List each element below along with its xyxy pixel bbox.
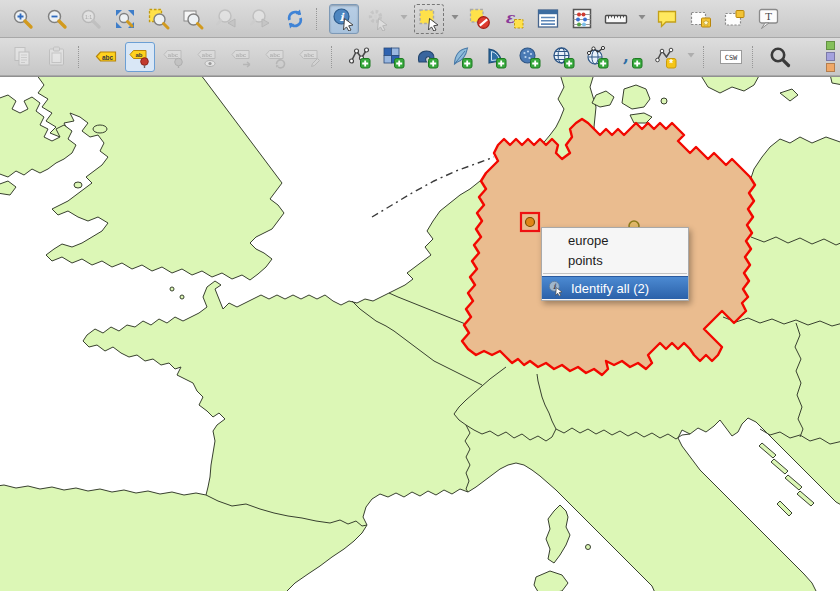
zoom-full-extent-button[interactable] <box>110 4 140 34</box>
add-delimited-text-layer-button[interactable]: , <box>616 42 646 72</box>
svg-text:ab: ab <box>135 52 142 58</box>
select-features-dropdown[interactable] <box>448 4 461 34</box>
bornholm <box>780 89 798 101</box>
search-icon <box>768 45 792 69</box>
funen <box>592 91 614 107</box>
europe-map <box>0 77 840 591</box>
zoom-full-icon <box>113 7 137 31</box>
highlight-pinned-labels-button: abc <box>159 42 189 72</box>
label-abc-icon: abc <box>94 45 118 69</box>
toolbar-separator <box>703 46 710 68</box>
open-attribute-table-button[interactable] <box>533 4 563 34</box>
identify-icon: i <box>332 7 356 31</box>
context-menu-item-points[interactable]: points <box>542 251 688 271</box>
zoom-out-button[interactable] <box>42 4 72 34</box>
toolbar-separator <box>78 46 85 68</box>
baltic-islet <box>661 98 667 104</box>
zoom-out-icon <box>45 7 69 31</box>
svg-text:*: * <box>669 58 673 69</box>
search-button[interactable] <box>765 42 795 72</box>
refresh-icon <box>283 7 307 31</box>
new-bookmark-icon <box>689 7 713 31</box>
svg-text:1:1: 1:1 <box>85 13 92 19</box>
sardinia <box>534 571 568 591</box>
select-features-button[interactable] <box>414 4 444 34</box>
zoom-in-button[interactable] <box>8 4 38 34</box>
svg-text:abc: abc <box>202 52 213 58</box>
add-postgis-icon <box>415 45 439 69</box>
identify-features-button[interactable]: i <box>329 4 359 34</box>
toolbar-overflow-strip[interactable] <box>826 41 836 72</box>
context-menu-item-europe[interactable]: europe <box>542 231 688 251</box>
measure-line-button[interactable] <box>601 4 631 34</box>
deselect-features-button[interactable] <box>465 4 495 34</box>
svg-text:T: T <box>765 10 772 21</box>
pin-labels-button[interactable]: ab <box>125 42 155 72</box>
add-spatialite-layer-button[interactable] <box>446 42 476 72</box>
add-wfs-layer-button[interactable] <box>582 42 612 72</box>
identify-all-label: Identify all (2) <box>571 281 649 296</box>
new-bookmark-button[interactable] <box>686 4 716 34</box>
layer-labeling-button[interactable]: abc <box>91 42 121 72</box>
select-by-expression-button[interactable]: ε <box>499 4 529 34</box>
chevron-down-icon <box>636 5 648 32</box>
chevron-down-icon <box>685 43 697 70</box>
add-db2-layer-button[interactable] <box>514 42 544 72</box>
measure-icon <box>604 7 628 31</box>
lolland <box>630 113 652 123</box>
corsica <box>546 505 570 563</box>
label-pin2-icon: abc <box>162 45 186 69</box>
show-bookmarks-button[interactable] <box>720 4 750 34</box>
croatian-island <box>777 501 792 516</box>
chevron-down-icon <box>449 5 461 32</box>
zoom-next-icon <box>249 7 273 31</box>
add-db2-icon <box>517 45 541 69</box>
add-wfs-icon <box>585 45 609 69</box>
add-vector-layer-button[interactable] <box>344 42 374 72</box>
measure-dropdown[interactable] <box>635 4 648 34</box>
add-raster-layer-button[interactable] <box>378 42 408 72</box>
zoom-actual-size-button: 1:1 <box>76 4 106 34</box>
map-tips-button[interactable] <box>652 4 682 34</box>
attribute-table-icon <box>536 7 560 31</box>
context-menu-item-identify-all[interactable]: i Identify all (2) <box>542 276 688 299</box>
add-postgis-layer-button[interactable] <box>412 42 442 72</box>
identified-point-feature <box>526 218 535 227</box>
overflow-strip-square <box>826 41 835 50</box>
statistical-summary-button[interactable] <box>567 4 597 34</box>
expression-icon: ε <box>502 7 526 31</box>
new-virtual-layer-button[interactable]: * <box>650 42 680 72</box>
svg-text:CSW: CSW <box>725 53 738 61</box>
zoom-to-selection-button[interactable] <box>144 4 174 34</box>
toolbar-separator <box>331 46 338 68</box>
map-canvas[interactable] <box>0 76 840 591</box>
add-mssql-icon <box>483 45 507 69</box>
svg-text:abc: abc <box>168 52 179 58</box>
select-icon <box>417 7 441 31</box>
add-spatialite-icon <box>449 45 473 69</box>
text-annotation-button[interactable]: T <box>754 4 784 34</box>
zoom-last-button <box>212 4 242 34</box>
add-mssql-layer-button[interactable] <box>480 42 510 72</box>
change-label-button: abc <box>295 42 325 72</box>
deselect-icon <box>468 7 492 31</box>
elba <box>586 545 591 550</box>
croatian-island <box>759 443 776 458</box>
refresh-map-button[interactable] <box>280 4 310 34</box>
csw-search-button[interactable]: CSW <box>716 42 746 72</box>
rotate-label-button: abc <box>261 42 291 72</box>
sweden-coast <box>700 77 760 93</box>
statistics-icon <box>570 7 594 31</box>
paste-icon <box>45 45 69 69</box>
channel-island <box>180 295 184 299</box>
toolbar-separator <box>752 46 759 68</box>
context-menu-separator <box>543 273 687 274</box>
move-label-button: abc <box>227 42 257 72</box>
zoom-in-icon <box>11 7 35 31</box>
svg-text:abc: abc <box>270 52 281 58</box>
add-wms-icon <box>551 45 575 69</box>
copy-icon <box>11 45 35 69</box>
add-wms-layer-button[interactable] <box>548 42 578 72</box>
zoom-to-layer-button[interactable] <box>178 4 208 34</box>
zoom-actual-icon: 1:1 <box>79 7 103 31</box>
